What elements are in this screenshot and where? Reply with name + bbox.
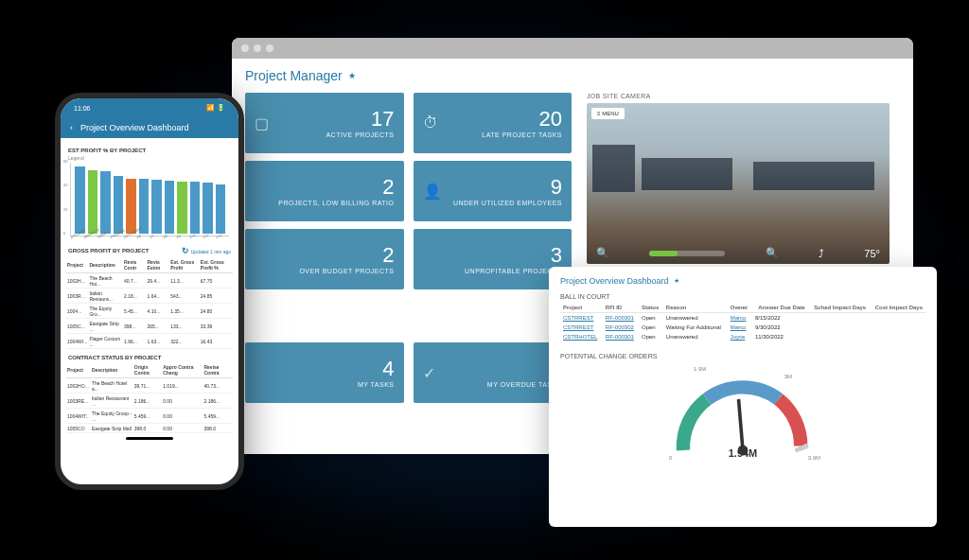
camera-menu-button[interactable]: ≡ MENU — [591, 108, 625, 119]
card-label: PROJECTS, LOW BILLING RATIO — [258, 200, 395, 206]
card-label: MY TASKS — [258, 381, 395, 388]
pco-gauge: 1.94M 0 3.9M 1.9M 3M — [658, 364, 828, 468]
gross-profit-header: GROSS PROFIT BY PROJECT ↻ Updated 1 min … — [68, 246, 231, 255]
card-label: UNPROFITABLE PROJECTS — [427, 268, 563, 274]
card-value: 3 — [427, 245, 563, 266]
chart-bar — [165, 181, 175, 234]
gross-profit-table: ProjectDescriptionRevis ContrRevis Estim… — [66, 257, 233, 349]
card-value: 4 — [258, 359, 395, 379]
table-row[interactable]: CSTRRESTRF-000301OpenUnansweredMarco8/15… — [560, 313, 925, 324]
card-label: OVER BUDGET PROJECTS — [258, 268, 395, 274]
kpi-card[interactable]: ✓ 3 MY OVERDUE TASKS — [414, 342, 573, 403]
zoom-in-icon[interactable]: 🔍 — [766, 247, 779, 259]
ball-in-court-table: ProjectRFI IDStatusReasonOwnerAnswer Due… — [560, 303, 925, 341]
kpi-card[interactable]: 3 UNPROFITABLE PROJECTS — [414, 229, 573, 289]
ball-in-court-header: BALL IN COURT — [560, 293, 925, 300]
camera-controls: 🔍 🔍 ⤴ 75° — [587, 247, 890, 259]
card-label: ACTIVE PROJECTS — [273, 131, 395, 138]
table-row[interactable]: 1003RE...Italian Restaurant ...2.186...0… — [66, 394, 233, 409]
traffic-light-close[interactable] — [241, 44, 249, 52]
page-title: Project Manager ★ — [245, 68, 900, 83]
card-value: 20 — [442, 109, 563, 130]
table-row[interactable]: 1004...The Equity Gro...5.45...4.10...1.… — [66, 304, 233, 319]
card-value: 3 — [439, 359, 563, 379]
chart-bar — [88, 170, 98, 234]
card-label: UNDER UTILIZED EMPLOYEES — [446, 200, 563, 206]
kpi-card[interactable]: ▢ 17 ACTIVE PROJECTS — [245, 93, 404, 153]
back-icon[interactable]: ‹ — [70, 123, 73, 132]
card-value: 2 — [258, 177, 395, 198]
phone-title: Project Overview Dashboard — [80, 123, 189, 132]
card-icon: ⏱ — [423, 114, 438, 131]
camera-section-header: JOB SITE CAMERA — [587, 93, 890, 99]
traffic-light-min[interactable] — [254, 44, 261, 52]
pco-header: POTENTIAL CHANGE ORDERS — [560, 353, 925, 359]
chart-bar — [216, 184, 226, 234]
card-icon: 👤 — [423, 183, 442, 201]
contract-status-header: CONTRACT STATUS BY PROJECT — [68, 355, 231, 360]
table-row[interactable]: 1004WI...Flager Custom ...1.96...1.63...… — [66, 334, 233, 349]
table-row[interactable]: 1002HO...The Beach Hotel a...39.71...1.0… — [66, 378, 233, 394]
overview-card: Project Overview Dashboard ★ BALL IN COU… — [549, 267, 937, 527]
phone-status-bar: 11:06 📶 🔋 — [61, 98, 238, 117]
share-icon[interactable]: ⤴ — [819, 248, 824, 259]
kpi-card[interactable]: 4 MY TASKS — [245, 342, 404, 403]
card-icon: ▢ — [255, 114, 269, 132]
card-label: LATE PROJECT TASKS — [442, 131, 563, 138]
kpi-card[interactable]: 👤 9 UNDER UTILIZED EMPLOYEES — [414, 161, 573, 221]
table-row[interactable]: 1004WIT...The Equity Group - ...5.459...… — [66, 409, 233, 424]
kpi-card[interactable]: 2 PROJECTS, LOW BILLING RATIO — [245, 161, 404, 221]
star-icon[interactable]: ★ — [674, 277, 679, 285]
browser-titlebar — [232, 38, 913, 59]
chart-bar — [126, 179, 136, 234]
phone-time: 11:06 — [74, 105, 91, 112]
job-site-camera[interactable]: ≡ MENU 🔍 🔍 ⤴ 75° — [587, 103, 890, 264]
kpi-card[interactable]: 2 OVER BUDGET PROJECTS — [245, 229, 404, 289]
kpi-card[interactable]: ⏱ 20 LATE PROJECT TASKS — [414, 93, 573, 153]
star-icon[interactable]: ★ — [348, 71, 356, 80]
card-value: 17 — [273, 109, 395, 130]
overview-card-title: Project Overview Dashboard ★ — [560, 276, 925, 286]
table-row[interactable]: CSTRHOTELRF-000301OpenUnansweredJoyce11/… — [560, 332, 925, 341]
chart-bar — [100, 171, 111, 234]
traffic-light-max[interactable] — [266, 44, 273, 52]
camera-temp: 75° — [864, 248, 880, 259]
table-row[interactable]: 1005COEastgate Strip Mall398.00.00398.0 — [66, 424, 233, 433]
phone-nav-header: ‹ Project Overview Dashboard — [61, 117, 238, 138]
refresh-icon[interactable]: ↻ — [182, 246, 189, 255]
phone-mockup: 11:06 📶 🔋 ‹ Project Overview Dashboard E… — [55, 93, 244, 490]
chart-bar — [203, 183, 213, 234]
chart-bar — [190, 182, 201, 234]
zoom-out-icon[interactable]: 🔍 — [596, 247, 609, 259]
zoom-slider[interactable] — [649, 251, 725, 256]
table-row[interactable]: 1003R...Italian Restaura...2.18...1.64..… — [66, 289, 233, 304]
gauge-value: 1.94M — [658, 447, 828, 459]
svg-line-0 — [739, 399, 744, 450]
profit-bar-chart: 0 20 40 60 — [70, 163, 229, 236]
table-row[interactable]: CSTRRESTRF-000302OpenWaiting For Additio… — [560, 323, 925, 332]
table-row[interactable]: 1002H...The Beach Hot...40.7...29.4...11… — [66, 273, 233, 289]
chart-bar — [151, 180, 162, 234]
chart-bar — [75, 166, 85, 234]
chart-bar — [114, 176, 124, 234]
table-row[interactable]: 1005C...Eastgate Strip ...398...265...13… — [66, 319, 233, 334]
card-label: MY OVERDUE TASKS — [439, 381, 563, 388]
kpi-cards-grid: ▢ 17 ACTIVE PROJECTS⏱ 20 LATE PROJECT TA… — [245, 93, 572, 403]
card-value: 9 — [446, 177, 563, 198]
chart-bar — [177, 182, 187, 234]
home-indicator[interactable] — [126, 437, 173, 440]
signal-icon: 📶 🔋 — [206, 104, 225, 112]
chart-legend-label: Legend — [68, 155, 231, 161]
page-title-text: Project Manager — [245, 68, 343, 83]
contract-status-table: ProjectDescriptionOrigin ContraAppro Con… — [66, 362, 233, 433]
est-profit-header: EST PROFIT % BY PROJECT — [68, 148, 231, 153]
card-icon: ✓ — [423, 364, 435, 382]
card-value: 2 — [258, 245, 395, 266]
